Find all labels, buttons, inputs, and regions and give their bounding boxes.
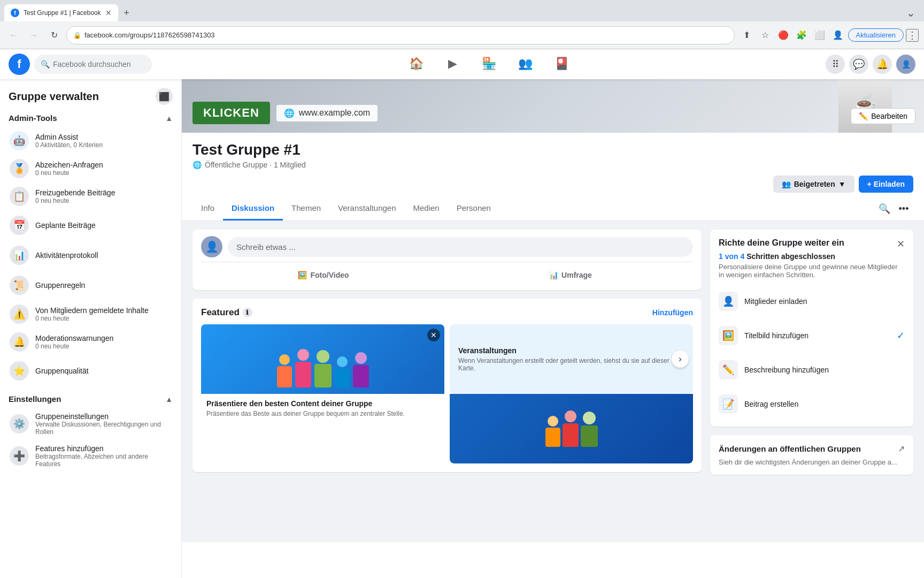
featured-card-2[interactable]: Veranstaltungen Wenn Veranstaltungen ers…: [450, 324, 693, 463]
main-column: 👤 Schreib etwas ... 🖼️ Foto/Video: [192, 230, 702, 534]
setup-step-titelbild[interactable]: 🖼️ Titelbild hinzufügen ✓: [719, 322, 905, 349]
tab-more-btn[interactable]: •••: [894, 199, 913, 218]
sidebar-item-abzeichen[interactable]: 🏅 Abzeichen-Anfragen 0 neu heute: [4, 155, 177, 182]
einstellungen-label: Einstellungen: [9, 394, 61, 404]
tab-search-btn[interactable]: 🔍: [875, 199, 894, 218]
umfrage-btn[interactable]: 📊 Umfrage: [448, 267, 693, 284]
gruppenregeln-icon: 📜: [10, 276, 29, 295]
tab-medien[interactable]: Medien: [405, 197, 448, 220]
compose-placeholder: Schreib etwas ...: [236, 242, 296, 252]
update-button[interactable]: Aktualisieren: [848, 28, 904, 42]
admin-tools-section-header[interactable]: Admin-Tools ▲: [4, 109, 177, 127]
changes-ext-btn[interactable]: ↗: [898, 444, 905, 454]
invite-btn[interactable]: + Einladen: [859, 176, 913, 193]
gemeldete-title: Von Mitgliedern gemeldete Inhalte: [35, 306, 172, 315]
browser-menu-btn[interactable]: ⋮: [906, 29, 919, 42]
nav-home-btn[interactable]: 🏠: [399, 51, 433, 77]
notifications-btn[interactable]: 🔔: [873, 55, 892, 74]
browser-frame: f Test Gruppe #1 | Facebook ✕ + ⌄ ← → ↻ …: [0, 0, 924, 578]
reload-btn[interactable]: ↻: [46, 27, 62, 43]
sidebar-item-freizugebende[interactable]: 📋 Freizugebende Beiträge 0 neu heute: [4, 182, 177, 210]
tab-close-btn[interactable]: ✕: [105, 9, 112, 17]
cover-edit-btn[interactable]: ✏️ Bearbeiten: [851, 108, 915, 124]
moderationswarnungen-title: Moderationswarnungen: [35, 334, 172, 343]
nav-groups-btn[interactable]: 👥: [508, 51, 542, 77]
extensions-btn[interactable]: 🧩: [794, 27, 810, 43]
joined-label: Beigetreten: [794, 180, 835, 188]
einstellungen-section-header[interactable]: Einstellungen ▲: [4, 390, 177, 408]
nav-watch-btn[interactable]: ▶: [435, 51, 469, 77]
featured-card-1[interactable]: ✕: [201, 324, 444, 463]
nav-gaming-btn[interactable]: 🎴: [544, 51, 579, 77]
setup-step-beschreibung[interactable]: ✏️ Beschreibung hinzufügen: [719, 356, 905, 384]
cover-url-text: www.example.com: [299, 108, 370, 118]
new-tab-btn[interactable]: +: [118, 4, 135, 21]
tab-themen[interactable]: Themen: [283, 197, 329, 220]
lock-icon: 🔒: [73, 32, 81, 39]
nav-marketplace-btn[interactable]: 🏪: [472, 51, 506, 77]
group-meta-text: Öffentliche Gruppe · 1 Mitglied: [205, 161, 306, 169]
featured-section: Featured ℹ Hinzufügen ✕: [192, 299, 702, 472]
cover-globe-icon: 🌐: [284, 108, 295, 118]
apps-btn[interactable]: ⠿: [826, 55, 845, 74]
back-btn[interactable]: ←: [5, 27, 21, 43]
tab-info[interactable]: Info: [192, 197, 223, 220]
featured-arrow-btn[interactable]: ›: [672, 351, 689, 368]
gruppenqualitat-title: Gruppenqualität: [35, 367, 89, 375]
sidebar-item-gruppeneinstellungen[interactable]: ⚙️ Gruppeneinstellungen Verwalte Diskuss…: [4, 408, 177, 440]
sidebar-item-moderationswarnungen[interactable]: 🔔 Moderationswarnungen 0 neu heute: [4, 328, 177, 356]
cover-area: KLICKEN 🌐 www.example.com ☕ ✏️ Bearbeite…: [182, 79, 924, 133]
active-tab[interactable]: f Test Gruppe #1 | Facebook ✕: [4, 4, 118, 21]
bookmark-btn[interactable]: ☆: [757, 27, 773, 43]
split-view-btn[interactable]: ⬜: [812, 27, 828, 43]
sidebar-icon-btn[interactable]: ⬛: [156, 88, 173, 105]
sidebar-item-gruppenregeln[interactable]: 📜 Gruppenregeln: [4, 270, 177, 300]
tab-diskussion[interactable]: Diskussion: [223, 197, 283, 220]
features-title: Features hinzufügen: [35, 444, 172, 453]
tab-veranstaltungen[interactable]: Veranstaltungen: [329, 197, 404, 220]
sidebar-item-gruppenqualitat[interactable]: ⭐ Gruppenqualität: [4, 356, 177, 386]
featured-card-1-close[interactable]: ✕: [427, 329, 440, 341]
tab-list-btn[interactable]: ⌄: [902, 6, 920, 19]
share-btn[interactable]: ⬆: [739, 27, 755, 43]
messenger-btn[interactable]: 💬: [849, 55, 868, 74]
joined-btn[interactable]: 👥 Beigetreten ▼: [773, 176, 854, 193]
pencil-icon: ✏️: [859, 112, 868, 120]
compose-actions: 🖼️ Foto/Video 📊 Umfrage: [201, 262, 693, 284]
browser-tabs: f Test Gruppe #1 | Facebook ✕ + ⌄: [0, 0, 924, 21]
featured-info-icon[interactable]: ℹ: [243, 308, 252, 317]
aktivitaten-title: Aktivitätenprotokoll: [35, 251, 98, 260]
address-bar[interactable]: 🔒 facebook.com/groups/1187626598741303: [66, 26, 735, 44]
setup-close-btn[interactable]: ✕: [897, 238, 905, 250]
mitglieder-label: Mitglieder einladen: [744, 297, 905, 306]
foto-video-btn[interactable]: 🖼️ Foto/Video: [201, 267, 446, 284]
sidebar-item-aktivitaten[interactable]: 📊 Aktivitätenprotokoll: [4, 240, 177, 270]
tab-favicon: f: [11, 9, 19, 17]
compose-box: 👤 Schreib etwas ... 🖼️ Foto/Video: [192, 230, 702, 290]
admin-assist-icon: 🤖: [10, 131, 29, 150]
featured-add-link[interactable]: Hinzufügen: [652, 308, 693, 317]
beschreibung-label: Beschreibung hinzufügen: [744, 366, 905, 374]
sidebar-item-features[interactable]: ➕ Features hinzufügen Beitragsformate, A…: [4, 440, 177, 472]
addon-btn[interactable]: 🔴: [775, 27, 791, 43]
setup-step-mitglieder[interactable]: 👤 Mitglieder einladen: [719, 287, 905, 315]
features-sub: Beitragsformate, Abzeichen und andere Fe…: [35, 453, 172, 468]
gruppeneinstellungen-icon: ⚙️: [10, 414, 29, 434]
visibility-icon: 🌐: [192, 161, 202, 169]
forward-btn[interactable]: →: [26, 27, 42, 43]
gemeldete-icon: ⚠️: [10, 305, 29, 324]
sidebar-item-admin-assist[interactable]: 🤖 Admin Assist 0 Aktivitäten, 0 Kriterie…: [4, 127, 177, 155]
titelbild-icon: 🖼️: [719, 326, 738, 345]
featured-card-1-body: Präsentiere den besten Content deiner Gr…: [201, 394, 444, 423]
fb-search-input[interactable]: [53, 60, 145, 69]
fb-search-box[interactable]: 🔍: [34, 55, 152, 74]
tab-personen[interactable]: Personen: [448, 197, 499, 220]
setup-step-beitrag[interactable]: 📝 Beitrag erstellen: [719, 390, 905, 418]
user-avatar[interactable]: 👤: [896, 55, 915, 74]
browser-toolbar: ← → ↻ 🔒 facebook.com/groups/118762659874…: [0, 21, 924, 49]
sidebar-item-geplante[interactable]: 📅 Geplante Beiträge: [4, 210, 177, 240]
changes-text: Sieh dir die wichtigsten Änderungen an d…: [719, 458, 905, 466]
profile-btn[interactable]: 👤: [830, 27, 846, 43]
compose-input[interactable]: Schreib etwas ...: [228, 237, 693, 257]
sidebar-item-gemeldete[interactable]: ⚠️ Von Mitgliedern gemeldete Inhalte 0 n…: [4, 300, 177, 328]
